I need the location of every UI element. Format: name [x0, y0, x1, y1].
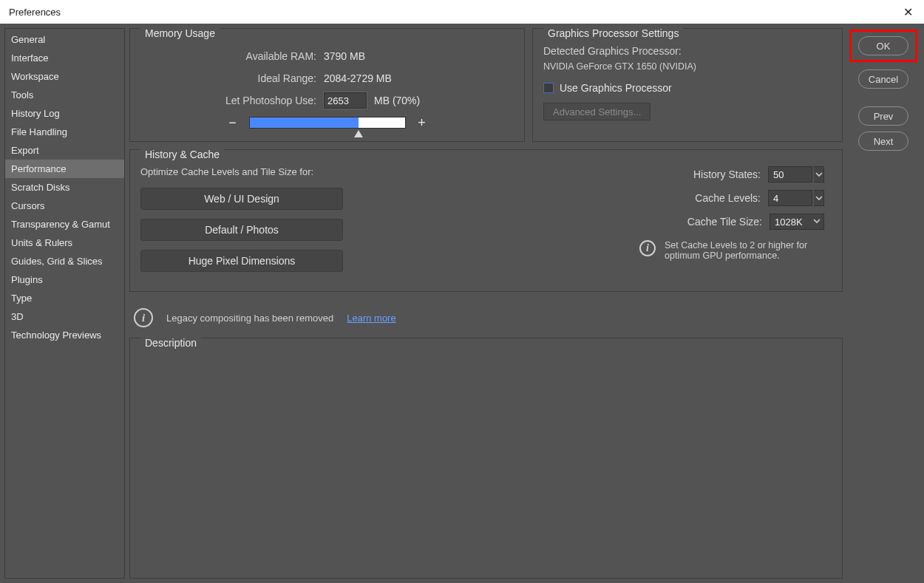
memory-usage-title: Memory Usage	[140, 27, 220, 39]
dialog-body: General Interface Workspace Tools Histor…	[0, 24, 924, 583]
detected-gpu-value: NVIDIA GeForce GTX 1650 (NVIDIA)	[543, 61, 832, 72]
description-title: Description	[140, 337, 201, 349]
available-ram-label: Available RAM:	[140, 50, 316, 62]
cache-levels-dropdown[interactable]: 4	[768, 190, 812, 206]
sidebar-item-scratch-disks[interactable]: Scratch Disks	[5, 178, 124, 197]
sidebar-item-cursors[interactable]: Cursors	[5, 197, 124, 215]
main-panel: Memory Usage Available RAM: 3790 MB Idea…	[129, 28, 920, 579]
let-use-suffix: MB (70%)	[374, 95, 420, 106]
info-icon: i	[639, 240, 656, 256]
memory-slider[interactable]	[249, 117, 406, 129]
legacy-compositing-row: i Legacy compositing has been removed Le…	[129, 299, 843, 330]
sidebar-item-3d[interactable]: 3D	[5, 307, 124, 326]
sidebar-item-plugins[interactable]: Plugins	[5, 270, 124, 289]
ok-button[interactable]: OK	[858, 36, 908, 55]
window-title: Preferences	[9, 7, 61, 18]
cache-tile-size-dropdown[interactable]: 1028K	[770, 214, 824, 230]
chevron-down-icon[interactable]	[814, 166, 824, 183]
learn-more-link[interactable]: Learn more	[347, 313, 395, 324]
category-sidebar: General Interface Workspace Tools Histor…	[4, 28, 125, 579]
use-gpu-label: Use Graphics Processor	[560, 82, 672, 94]
advanced-settings-button[interactable]: Advanced Settings...	[543, 103, 650, 120]
sidebar-item-history-log[interactable]: History Log	[5, 104, 124, 123]
ideal-range-label: Ideal Range:	[140, 72, 316, 84]
history-states-dropdown[interactable]: 50	[768, 166, 812, 183]
next-button[interactable]: Next	[858, 132, 908, 151]
legacy-text: Legacy compositing has been removed	[166, 313, 333, 324]
detected-gpu-label: Detected Graphics Processor:	[543, 45, 832, 57]
sidebar-item-type[interactable]: Type	[5, 289, 124, 307]
optimize-label: Optimize Cache Levels and Tile Size for:	[140, 166, 355, 177]
sidebar-item-export[interactable]: Export	[5, 141, 124, 160]
memory-usage-group: Memory Usage Available RAM: 3790 MB Idea…	[129, 28, 525, 142]
cache-levels-label: Cache Levels:	[642, 192, 761, 204]
sidebar-item-units-rulers[interactable]: Units & Rulers	[5, 233, 124, 252]
let-use-input[interactable]	[324, 92, 367, 109]
sidebar-item-file-handling[interactable]: File Handling	[5, 123, 124, 141]
use-gpu-checkbox[interactable]	[543, 83, 554, 93]
memory-decrease-button[interactable]: −	[224, 115, 242, 131]
preset-default-photos-button[interactable]: Default / Photos	[140, 219, 343, 241]
dialog-buttons: OK Cancel Prev Next	[847, 28, 920, 579]
memory-slider-fill	[250, 117, 359, 128]
ideal-range-value: 2084-2729 MB	[324, 72, 392, 84]
available-ram-value: 3790 MB	[324, 50, 365, 62]
gpu-settings-group: Graphics Processor Settings Detected Gra…	[532, 28, 843, 142]
let-use-label: Let Photoshop Use:	[140, 95, 316, 106]
sidebar-item-workspace[interactable]: Workspace	[5, 67, 124, 86]
sidebar-item-guides-grid-slices[interactable]: Guides, Grid & Slices	[5, 252, 124, 270]
cache-info-text: Set Cache Levels to 2 or higher for opti…	[665, 240, 824, 261]
gpu-settings-title: Graphics Processor Settings	[543, 27, 683, 39]
chevron-down-icon	[813, 217, 821, 226]
history-states-label: History States:	[642, 168, 761, 180]
preset-web-ui-button[interactable]: Web / UI Design	[140, 188, 343, 210]
sidebar-item-performance[interactable]: Performance	[5, 160, 124, 178]
titlebar: Preferences ✕	[0, 0, 924, 24]
info-icon: i	[134, 308, 153, 327]
sidebar-item-interface[interactable]: Interface	[5, 49, 124, 67]
sidebar-item-technology-previews[interactable]: Technology Previews	[5, 326, 124, 344]
sidebar-item-tools[interactable]: Tools	[5, 86, 124, 104]
cache-tile-size-label: Cache Tile Size:	[644, 216, 762, 228]
memory-increase-button[interactable]: +	[413, 115, 431, 131]
cancel-button[interactable]: Cancel	[858, 69, 908, 89]
history-cache-group: History & Cache Optimize Cache Levels an…	[129, 149, 843, 292]
chevron-down-icon[interactable]	[814, 190, 824, 206]
sidebar-item-general[interactable]: General	[5, 30, 124, 49]
description-group: Description	[129, 338, 843, 579]
memory-slider-handle[interactable]	[354, 130, 363, 137]
history-cache-title: History & Cache	[140, 149, 224, 160]
sidebar-item-transparency-gamut[interactable]: Transparency & Gamut	[5, 215, 124, 233]
preset-huge-pixel-button[interactable]: Huge Pixel Dimensions	[140, 250, 343, 272]
close-icon[interactable]: ✕	[899, 3, 917, 21]
prev-button[interactable]: Prev	[858, 106, 908, 126]
ok-highlight: OK	[849, 30, 917, 62]
